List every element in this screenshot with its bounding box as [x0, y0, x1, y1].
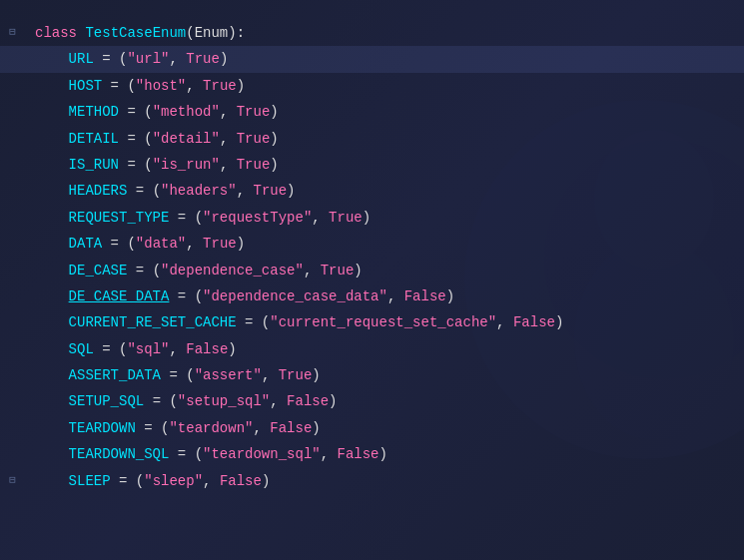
code-token: ,	[169, 51, 186, 67]
code-token: True	[279, 367, 313, 383]
code-token: ,	[496, 314, 513, 330]
line-content: DATA = ("data", True)	[25, 233, 245, 255]
code-line: SETUP_SQL = ("setup_sql", False)	[0, 388, 744, 414]
code-line: ⊟class TestCaseEnum(Enum):	[0, 20, 744, 46]
line-content: URL = ("url", True)	[25, 48, 228, 70]
code-token: DE_CASE	[69, 263, 128, 279]
code-token: URL	[69, 51, 94, 67]
code-line: TEARDOWN_SQL = ("teardown_sql", False)	[0, 441, 744, 467]
code-token: ,	[220, 131, 237, 147]
code-token: CURRENT_RE_SET_CACHE	[69, 314, 237, 330]
code-token: METHOD	[69, 104, 119, 120]
code-token: =	[119, 157, 144, 173]
code-line: REQUEST_TYPE = ("requestType", True)	[0, 205, 744, 231]
code-token: =	[237, 314, 262, 330]
code-token: )	[262, 473, 270, 489]
code-token: ,	[253, 420, 270, 436]
code-token: "is_run"	[153, 157, 220, 173]
code-token: DATA	[69, 236, 103, 252]
code-token: )	[237, 78, 245, 94]
code-token: (	[186, 367, 194, 383]
code-token: False	[220, 473, 262, 489]
code-line: HOST = ("host", True)	[0, 73, 744, 99]
line-content: IS_RUN = ("is_run", True)	[25, 154, 279, 176]
code-line: HEADERS = ("headers", True)	[0, 178, 744, 204]
code-token: ,	[321, 446, 338, 462]
code-token: False	[270, 420, 312, 436]
code-token: ,	[262, 367, 279, 383]
code-token: "sleep"	[144, 473, 203, 489]
code-token: TEARDOWN_SQL	[69, 446, 170, 462]
code-token: =	[136, 420, 161, 436]
code-token: =	[119, 131, 144, 147]
code-token: False	[186, 341, 228, 357]
code-token: )	[220, 51, 228, 67]
code-token: TestCaseEnum	[85, 25, 186, 41]
code-token: DE_CASE_DATA	[69, 288, 170, 304]
code-line: DATA = ("data", True)	[0, 231, 744, 257]
code-token: "current_request_set_cache"	[270, 314, 496, 330]
code-token: =	[169, 288, 194, 304]
code-token: "dependence_case"	[161, 263, 304, 279]
code-token: (	[153, 183, 161, 199]
code-token: =	[161, 367, 186, 383]
line-content: SETUP_SQL = ("setup_sql", False)	[25, 390, 338, 412]
code-token: )	[228, 341, 236, 357]
code-token: TEARDOWN	[69, 420, 136, 436]
code-token: "requestType"	[203, 210, 312, 226]
code-token: (	[127, 78, 135, 94]
code-lines: ⊟class TestCaseEnum(Enum): URL = ("url",…	[0, 20, 744, 494]
code-token: (Enum):	[186, 25, 245, 41]
line-content: HOST = ("host", True)	[25, 75, 245, 97]
code-token: =	[169, 210, 194, 226]
code-token: (	[136, 473, 144, 489]
code-token: )	[312, 367, 320, 383]
line-content: DETAIL = ("detail", True)	[25, 128, 279, 150]
code-token: =	[169, 446, 194, 462]
code-token: (	[144, 131, 152, 147]
code-token: "teardown_sql"	[203, 446, 321, 462]
code-token: False	[338, 446, 379, 462]
code-token: ,	[220, 157, 237, 173]
code-token: "headers"	[161, 183, 237, 199]
code-token: =	[111, 473, 136, 489]
code-token: class	[35, 25, 85, 41]
code-line: METHOD = ("method", True)	[0, 99, 744, 125]
code-token: "setup_sql"	[178, 393, 270, 409]
code-token: =	[127, 183, 152, 199]
code-token: ,	[237, 183, 254, 199]
code-token: "sql"	[127, 341, 169, 357]
code-line: URL = ("url", True)	[0, 46, 744, 72]
code-token: ,	[387, 288, 404, 304]
line-content: HEADERS = ("headers", True)	[25, 180, 296, 202]
code-token: SLEEP	[69, 473, 111, 489]
code-token: (	[195, 288, 203, 304]
code-token: )	[270, 131, 278, 147]
code-token: (	[127, 236, 135, 252]
code-token: SQL	[69, 341, 94, 357]
code-line: ASSERT_DATA = ("assert", True)	[0, 362, 744, 388]
code-line: SQL = ("sql", False)	[0, 336, 744, 362]
line-content: SLEEP = ("sleep", False)	[25, 470, 270, 492]
code-token: True	[203, 236, 237, 252]
code-token: =	[94, 341, 119, 357]
code-token: (	[169, 393, 177, 409]
code-token: =	[144, 393, 169, 409]
code-token: "url"	[127, 51, 169, 67]
code-token: =	[94, 51, 119, 67]
code-token: ,	[186, 78, 203, 94]
line-content: ASSERT_DATA = ("assert", True)	[25, 364, 321, 386]
code-token: (	[153, 263, 161, 279]
code-line: DETAIL = ("detail", True)	[0, 126, 744, 152]
code-token: (	[262, 314, 270, 330]
code-token: True	[237, 104, 271, 120]
line-content: METHOD = ("method", True)	[25, 101, 279, 123]
code-token: True	[237, 157, 271, 173]
code-token: True	[329, 210, 363, 226]
code-token: IS_RUN	[69, 157, 119, 173]
code-token: True	[203, 78, 237, 94]
code-token: =	[119, 104, 144, 120]
line-content: TEARDOWN = ("teardown", False)	[25, 417, 321, 439]
code-line: DE_CASE_DATA = ("dependence_case_data", …	[0, 283, 744, 309]
code-token: "dependence_case_data"	[203, 288, 387, 304]
